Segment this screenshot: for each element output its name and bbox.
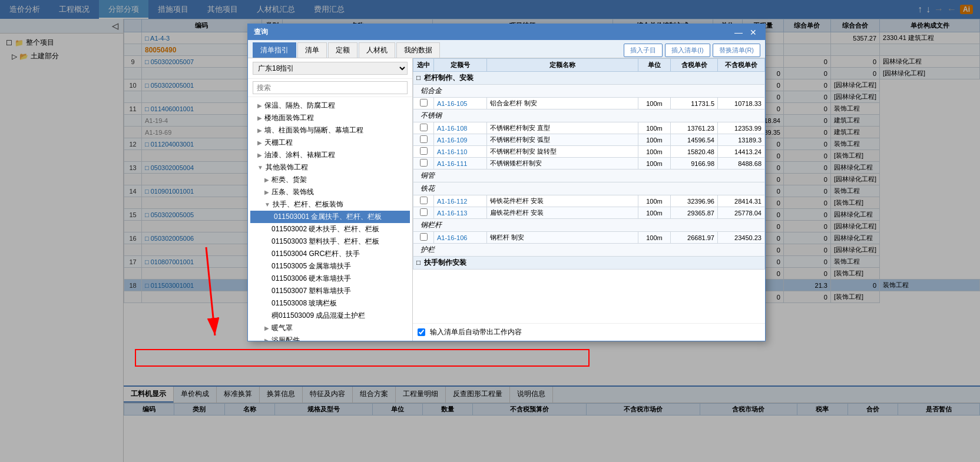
- quota-data-row[interactable]: A1-16-112 铸铁花件栏杆 安装 100m 32396.96 28414.…: [413, 195, 765, 207]
- dialog-title-bar: 查询 — ✕: [248, 24, 765, 40]
- quota-data-row[interactable]: A1-16-109 不锈钢栏杆制安 弧型 100m 14596.54 13189…: [413, 134, 765, 146]
- dialog-title-text: 查询: [254, 27, 268, 37]
- tree-item-ceiling[interactable]: ▶ 天棚工程: [250, 137, 410, 149]
- quota-data-row[interactable]: A1-16-110 不锈钢栏杆制安 旋转型 100m 15820.48 1441…: [413, 146, 765, 158]
- tree-item-heater-cover[interactable]: ▶ 暖气罩: [250, 322, 410, 334]
- quota-no-tax-price-cell: 10718.33: [718, 98, 765, 109]
- tree-item-metal-wall-handrail[interactable]: 011503005 金属靠墙扶手: [250, 260, 410, 272]
- quota-tax-price-cell: 11731.5: [671, 98, 718, 109]
- quota-checkbox[interactable]: [420, 135, 428, 143]
- quota-no-tax-price-cell: 25778.04: [718, 207, 765, 219]
- quota-sub-group-row: 不锈钢: [413, 109, 765, 122]
- tree-item-strip[interactable]: ▶ 压条、装饰线: [250, 186, 410, 198]
- tree-item-bath-accessories[interactable]: ▶ 浴厕配件: [250, 334, 410, 341]
- quota-no-tax-price-cell: 28414.31: [718, 195, 765, 207]
- tree-arrow-icon: ▶: [264, 337, 269, 341]
- tree-item-label: 011503006 硬木靠墙扶手: [272, 274, 351, 284]
- tree-item-handrail[interactable]: ▼ 扶手、栏杆、栏板装饰: [250, 198, 410, 211]
- tree-item-wall[interactable]: ▶ 墙、柱面装饰与隔断、幕墙工程: [250, 124, 410, 137]
- quota-col-unit: 单位: [638, 59, 671, 72]
- quota-checkbox[interactable]: [420, 147, 428, 155]
- quota-no-tax-price-cell: 14413.24: [718, 146, 765, 158]
- dialog-tab-quota[interactable]: 定额: [328, 42, 357, 58]
- tree-item-other-decor[interactable]: ▼ 其他装饰工程: [250, 161, 410, 174]
- dialog-quota-table-wrapper[interactable]: 选中 定额号 定额名称 单位 含税单价 不含税单价 □栏杆制作、安: [413, 58, 765, 323]
- quota-data-row[interactable]: A1-16-105 铝合金栏杆 制安 100m 11731.5 10718.33: [413, 98, 765, 109]
- tree-item-label: 011503002 硬木扶手、栏杆、栏板: [272, 224, 379, 234]
- search-input[interactable]: [253, 81, 408, 94]
- dialog-tab-my-data[interactable]: 我的数据: [396, 42, 440, 58]
- quota-tax-price-cell: 29365.87: [671, 207, 718, 219]
- auto-fill-checkbox[interactable]: [418, 328, 425, 336]
- dialog-left-panel: 广东18指引 ▶ 保温、隔热、防腐工程 ▶ 楼地面装饰工程: [248, 58, 413, 341]
- province-select[interactable]: 广东18指引: [253, 62, 408, 75]
- quota-sub-group-label: 铝合金: [421, 87, 442, 95]
- tree-item-plastic-handrail[interactable]: 011503003 塑料扶手、栏杆、栏板: [250, 235, 410, 248]
- tree-item-label: 天棚工程: [264, 138, 293, 148]
- quota-unit-cell: 100m: [638, 195, 671, 207]
- tree-arrow-icon: ▶: [257, 139, 262, 146]
- tree-item-wood-handrail[interactable]: 011503002 硬木扶手、栏杆、栏板: [250, 223, 410, 235]
- tree-item-label: 011503003 塑料扶手、栏杆、栏板: [272, 237, 379, 247]
- quota-data-row[interactable]: A1-16-113 扁铁花件栏杆 安装 100m 29365.87 25778.…: [413, 207, 765, 219]
- tree-item-grc-railing[interactable]: 011503004 GRC栏杆、扶手: [250, 248, 410, 260]
- quota-no-tax-price-cell: 12353.99: [718, 122, 765, 134]
- dialog-body: 广东18指引 ▶ 保温、隔热、防腐工程 ▶ 楼地面装饰工程: [248, 58, 765, 341]
- quota-data-row[interactable]: A1-16-106 钢栏杆 制安 100m 26681.97 23450.23: [413, 232, 765, 244]
- tree-item-wood-wall-handrail[interactable]: 011503006 硬木靠墙扶手: [250, 272, 410, 285]
- tree-item-label: 011503004 GRC栏杆、扶手: [272, 249, 360, 259]
- replace-list-btn[interactable]: 替换清单(R): [713, 44, 760, 57]
- dialog-footer: 输入清单后自动带出工作内容: [413, 323, 765, 341]
- tree-item-insulation[interactable]: ▶ 保温、隔热、防腐工程: [250, 99, 410, 112]
- tree-item-label: 保温、隔热、防腐工程: [264, 101, 335, 111]
- tree-item-plastic-wall-handrail[interactable]: 011503007 塑料靠墙扶手: [250, 285, 410, 297]
- quota-code-cell: A1-16-106: [434, 232, 487, 244]
- dialog-tab-labor[interactable]: 人材机: [359, 42, 395, 58]
- quota-data-row[interactable]: A1-16-108 不锈钢栏杆制安 直型 100m 13761.23 12353…: [413, 122, 765, 134]
- tree-item-label: 浴厕配件: [272, 335, 300, 341]
- dialog-close-btn[interactable]: ✕: [747, 28, 759, 37]
- tree-item-cabinet[interactable]: ▶ 柜类、货架: [250, 174, 410, 186]
- tree-item-paint[interactable]: ▶ 油漆、涂料、裱糊工程: [250, 149, 410, 161]
- dialog-overlay: 查询 — ✕ 清单指引 清单 定额 人材机 我的数据 插入子目 插入清单(I) …: [0, 0, 980, 462]
- insert-sub-item-btn[interactable]: 插入子目: [624, 44, 663, 57]
- quota-name-cell: 不锈钢矮栏杆制安: [487, 158, 638, 169]
- quota-checkbox[interactable]: [420, 124, 428, 131]
- quota-name-cell: 不锈钢栏杆制安 直型: [487, 122, 638, 134]
- quota-col-no-tax-price: 不含税单价: [718, 59, 765, 72]
- quota-sub-group-row: 护栏: [413, 244, 765, 257]
- dialog-left-header: 广东18指引: [248, 58, 412, 79]
- tree-item-label: 011503005 金属靠墙扶手: [272, 261, 351, 271]
- insert-list-btn[interactable]: 插入清单(I): [665, 44, 710, 57]
- dialog-tree: ▶ 保温、隔热、防腐工程 ▶ 楼地面装饰工程 ▶ 墙、柱面装饰与隔断、幕墙工程 …: [248, 97, 412, 341]
- quota-checkbox[interactable]: [420, 197, 428, 204]
- tree-item-glass-panel[interactable]: 011503008 玻璃栏板: [250, 297, 410, 310]
- quota-sub-group-label: 护栏: [421, 245, 435, 254]
- dialog-tab-list[interactable]: 清单: [297, 42, 327, 58]
- tree-item-concrete-guard[interactable]: 稠011503009 成品混凝土护栏: [250, 310, 410, 322]
- tree-item-label: 油漆、涂料、裱糊工程: [264, 150, 335, 160]
- quota-sub-group-row: 铜管: [413, 169, 765, 182]
- quota-tax-price-cell: 14596.54: [671, 134, 718, 146]
- quota-checkbox[interactable]: [420, 99, 428, 107]
- quota-sub-group-row: 钢栏杆: [413, 219, 765, 232]
- dialog-tab-list-guide[interactable]: 清单指引: [253, 42, 296, 58]
- quota-name-cell: 钢栏杆 制安: [487, 232, 638, 244]
- quota-checkbox[interactable]: [420, 159, 428, 167]
- tree-item-label: 011503007 塑料靠墙扶手: [272, 286, 351, 296]
- tree-arrow-icon: ▶: [264, 177, 269, 183]
- tree-arrow-icon: ▼: [264, 201, 270, 208]
- dialog-minimize-btn[interactable]: —: [732, 28, 745, 37]
- tree-item-metal-handrail[interactable]: 011503001 金属扶手、栏杆、栏板: [250, 211, 410, 223]
- quota-group-row: □栏杆制作、安装: [413, 72, 765, 85]
- tree-arrow-icon: ▶: [257, 115, 262, 121]
- quota-code-cell: A1-16-105: [434, 98, 487, 109]
- quota-code-cell: A1-16-109: [434, 134, 487, 146]
- quota-checkbox[interactable]: [420, 208, 428, 216]
- quota-tax-price-cell: 26681.97: [671, 232, 718, 244]
- quota-checkbox[interactable]: [420, 233, 428, 241]
- tree-item-floor[interactable]: ▶ 楼地面装饰工程: [250, 112, 410, 124]
- quota-data-row[interactable]: A1-16-111 不锈钢矮栏杆制安 100m 9166.98 8488.68: [413, 158, 765, 169]
- tree-item-label: 其他装饰工程: [266, 162, 308, 172]
- quota-name-cell: 扁铁花件栏杆 安装: [487, 207, 638, 219]
